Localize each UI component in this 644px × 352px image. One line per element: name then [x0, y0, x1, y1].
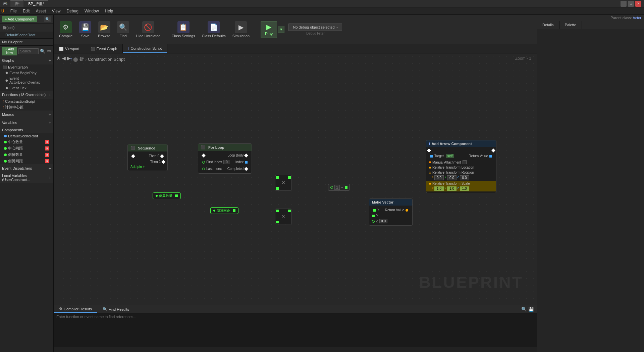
event-actor-begin-overlap[interactable]: ◆ Event ActorBeginOverlap [0, 76, 53, 85]
blueprint-canvas[interactable]: ★ ◀ ▶ f ⬤ 折 › Construction Script Zoom -… [54, 53, 537, 305]
comp-default-scene-root[interactable]: DefaultSceneRoot [0, 133, 53, 139]
event-tick[interactable]: ◆ Event Tick [0, 85, 53, 91]
fl-first-index-pin[interactable]: First Index 0 [200, 159, 233, 165]
construction-script-item[interactable]: f ConstructionScript [0, 99, 53, 104]
construction-script-tab[interactable]: f Construction Script [123, 44, 167, 53]
menu-help[interactable]: Help [102, 8, 116, 14]
event-dispatchers-header[interactable]: Event Dispatchers + [0, 164, 53, 172]
functions-section-header[interactable]: Functions (18 Overridable) + [0, 91, 53, 99]
minimize-button[interactable]: — [621, 1, 627, 7]
class-defaults-button[interactable]: 📄 Class Defaults [199, 20, 228, 39]
back-button[interactable]: ◀ [62, 55, 66, 61]
palette-tab[interactable]: Palette [559, 21, 582, 29]
find-search-button[interactable]: 🔍 [521, 307, 527, 312]
mul1-in2[interactable] [276, 187, 279, 190]
blueprint-search-input[interactable] [18, 48, 39, 54]
event-dispatchers-add-button[interactable]: + [49, 166, 51, 171]
find-button[interactable]: 🔍 Find [114, 20, 132, 39]
fl-first-index-val[interactable]: 0 [223, 160, 230, 164]
aa-scale-y[interactable]: 1.0 [447, 186, 457, 191]
seq-add-pin[interactable]: Add pin + [128, 164, 167, 169]
mul2-out[interactable] [288, 210, 291, 212]
default-scene-root[interactable]: DefaultSceneRoot [0, 32, 53, 38]
graphs-section-header[interactable]: Graphs + [0, 56, 53, 64]
local-variables-add-button[interactable]: + [49, 175, 51, 180]
search-icon[interactable]: 🔍 [40, 49, 46, 54]
close-button[interactable]: ✕ [635, 1, 641, 7]
browse-button[interactable]: 📂 Browse [95, 20, 113, 39]
graphs-add-button[interactable]: + [49, 58, 51, 63]
aa-rot-z[interactable]: 0.0 [460, 175, 469, 180]
aa-return-pin[interactable]: Return Value [466, 153, 495, 159]
event-graph-tab[interactable]: ⬛ Event Graph [85, 44, 123, 53]
aa-exec-in[interactable] [427, 148, 431, 152]
find-save-button[interactable]: 💾 [528, 307, 534, 312]
add-component-button[interactable]: + Add Component [2, 16, 37, 22]
aa-scale-z[interactable]: 1.0 [460, 186, 469, 191]
debug-dropdown-button[interactable]: No debug object selected ~ [288, 24, 342, 31]
side-dist-out-pin[interactable] [233, 209, 235, 212]
eye-icon[interactable]: 👁 [47, 49, 51, 54]
macros-add-button[interactable]: + [49, 112, 51, 117]
viewport-tab[interactable]: ⬜ Viewport [54, 44, 85, 53]
event-graph-item[interactable]: ⬛ EventGraph [0, 64, 53, 70]
event-begin-play[interactable]: ◆ Event BeginPlay [0, 70, 53, 76]
title-tab-1[interactable]: 折* [10, 0, 23, 7]
local-variables-header[interactable]: Local Variables (UserConstruct... + [0, 172, 53, 183]
calc-center-dist-item[interactable]: f 计算中心距 [0, 104, 53, 111]
title-tab-2[interactable]: BP_折型* [24, 0, 48, 7]
play-button[interactable]: ▶ Play [261, 21, 277, 38]
class-settings-button[interactable]: 📋 Class Settings [169, 20, 198, 39]
menu-asset[interactable]: Asset [33, 8, 49, 14]
find-input[interactable] [54, 313, 537, 320]
seq-then0-pin[interactable]: Then 0 [146, 153, 166, 159]
favorites-button[interactable]: ★ [56, 55, 61, 61]
mv-z-val[interactable]: 0.0 [379, 219, 387, 223]
mv-return-pin[interactable]: Return Value [382, 208, 411, 213]
val-box-in[interactable] [330, 186, 333, 189]
macros-section-header[interactable]: Macros + [0, 111, 53, 119]
menu-window[interactable]: Window [82, 8, 102, 14]
comp-center-count[interactable]: 中心数量 ▣ [0, 139, 53, 145]
functions-add-button[interactable]: + [49, 92, 51, 97]
variables-section-header[interactable]: Variables + [0, 119, 53, 127]
comp-center-dist[interactable]: 中心间距 ▣ [0, 145, 53, 151]
simulation-button[interactable]: ▶ Simulation [230, 20, 252, 39]
aa-rot-y[interactable]: 0.0 [447, 175, 457, 180]
aa-scale-x[interactable]: 1.0 [434, 186, 444, 191]
fl-last-index-pin[interactable]: Last Index [200, 166, 224, 171]
aa-manual-checkbox[interactable] [463, 160, 467, 164]
aa-target-pin[interactable]: Target self [428, 153, 457, 159]
find-results-tab[interactable]: 🔍 Find Results [97, 305, 135, 313]
menu-edit[interactable]: Edit [20, 8, 33, 14]
menu-view[interactable]: View [49, 8, 63, 14]
menu-file[interactable]: File [8, 8, 19, 14]
component-search-button[interactable]: 🔍 [44, 16, 51, 22]
comp-side-count[interactable]: 侧翼数量 ▣ [0, 151, 53, 158]
details-tab[interactable]: Details [537, 21, 559, 29]
mv-y-pin[interactable]: Y [369, 213, 412, 218]
mul2-in1[interactable] [276, 210, 279, 212]
val-box-out[interactable] [345, 186, 347, 189]
compile-button[interactable]: ⚙ Compile [56, 20, 75, 39]
fl-completed-pin[interactable]: Completed [225, 166, 250, 171]
fl-loop-body-pin[interactable]: Loop Body [225, 153, 250, 158]
parent-class-value[interactable]: Actor [633, 16, 641, 20]
mv-x-in[interactable]: X [371, 208, 382, 213]
mul2-in2[interactable] [276, 221, 279, 223]
comp-side-dist[interactable]: 侧翼间距 ▣ [0, 158, 53, 164]
seq-exec-in[interactable] [129, 153, 137, 159]
save-button[interactable]: 💾 Save [76, 20, 94, 39]
aa-rot-x[interactable]: 0.0 [434, 175, 444, 180]
fl-index-out-pin[interactable]: Index [233, 160, 250, 165]
mul1-out[interactable] [288, 176, 291, 179]
add-new-button[interactable]: + Add New [2, 47, 17, 55]
seq-then1-pin[interactable]: Then 1 [128, 159, 167, 164]
variables-add-button[interactable]: + [49, 120, 51, 125]
fl-exec-in[interactable] [200, 153, 208, 158]
aa-exec-out[interactable] [491, 148, 495, 152]
maximize-button[interactable]: □ [628, 1, 634, 7]
compiler-results-tab[interactable]: ⚙ Compiler Results [54, 305, 97, 313]
menu-debug[interactable]: Debug [64, 8, 81, 14]
side-count-out-pin[interactable] [175, 194, 178, 197]
